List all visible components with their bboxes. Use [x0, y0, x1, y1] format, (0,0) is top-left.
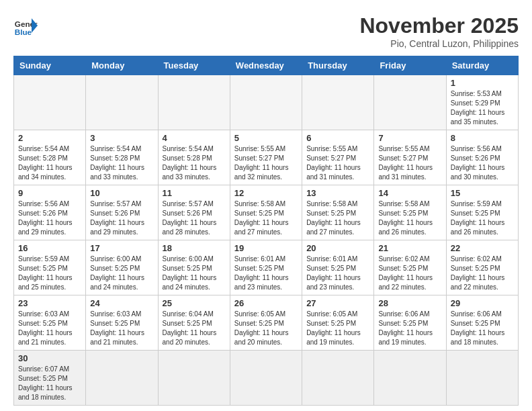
- day-number: 14: [378, 188, 441, 198]
- day-number: 25: [163, 298, 226, 308]
- day-number: 24: [90, 298, 153, 308]
- page-header: General Blue November 2025 Pio, Central …: [13, 13, 519, 49]
- calendar-week-4: 23Sunrise: 6:03 AMSunset: 5:25 PMDayligh…: [14, 295, 519, 351]
- calendar-cell: 30Sunrise: 6:07 AMSunset: 5:25 PMDayligh…: [14, 351, 86, 406]
- day-info: Sunrise: 5:58 AMSunset: 5:25 PMDaylight:…: [306, 199, 369, 237]
- calendar-cell: 7Sunrise: 5:55 AMSunset: 5:27 PMDaylight…: [374, 130, 446, 185]
- calendar-cell: [374, 351, 446, 406]
- calendar-cell: 19Sunrise: 6:01 AMSunset: 5:25 PMDayligh…: [230, 240, 302, 295]
- day-number: 5: [234, 133, 298, 143]
- calendar-cell: 10Sunrise: 5:57 AMSunset: 5:26 PMDayligh…: [86, 185, 158, 240]
- day-number: 8: [451, 133, 514, 143]
- day-info: Sunrise: 5:59 AMSunset: 5:25 PMDaylight:…: [18, 255, 81, 292]
- day-number: 27: [306, 298, 369, 308]
- calendar-header: SundayMondayTuesdayWednesdayThursdayFrid…: [14, 56, 519, 75]
- calendar-week-0: 1Sunrise: 5:53 AMSunset: 5:29 PMDaylight…: [14, 75, 519, 130]
- day-info: Sunrise: 6:03 AMSunset: 5:25 PMDaylight:…: [18, 310, 81, 347]
- day-info: Sunrise: 6:00 AMSunset: 5:25 PMDaylight:…: [163, 255, 226, 292]
- day-number: 16: [18, 243, 81, 253]
- day-info: Sunrise: 6:02 AMSunset: 5:25 PMDaylight:…: [451, 255, 514, 292]
- calendar-cell: 28Sunrise: 6:06 AMSunset: 5:25 PMDayligh…: [374, 295, 446, 351]
- weekday-header-thursday: Thursday: [302, 56, 374, 75]
- day-info: Sunrise: 6:05 AMSunset: 5:25 PMDaylight:…: [306, 310, 369, 347]
- day-number: 9: [18, 188, 81, 198]
- calendar-cell: 21Sunrise: 6:02 AMSunset: 5:25 PMDayligh…: [374, 240, 446, 295]
- day-number: 18: [163, 243, 226, 253]
- day-number: 29: [451, 298, 514, 308]
- calendar-cell: 9Sunrise: 5:56 AMSunset: 5:26 PMDaylight…: [14, 185, 86, 240]
- day-info: Sunrise: 5:56 AMSunset: 5:26 PMDaylight:…: [18, 199, 81, 237]
- day-number: 2: [18, 133, 81, 143]
- day-number: 19: [234, 243, 298, 253]
- calendar-cell: 8Sunrise: 5:56 AMSunset: 5:26 PMDaylight…: [446, 130, 518, 185]
- month-title: November 2025: [359, 13, 519, 38]
- calendar-cell: 24Sunrise: 6:03 AMSunset: 5:25 PMDayligh…: [86, 295, 158, 351]
- weekday-header-friday: Friday: [374, 56, 446, 75]
- calendar-cell: [14, 75, 86, 130]
- svg-text:Blue: Blue: [15, 28, 32, 36]
- day-info: Sunrise: 5:54 AMSunset: 5:28 PMDaylight:…: [163, 144, 226, 182]
- day-info: Sunrise: 6:02 AMSunset: 5:25 PMDaylight:…: [378, 255, 441, 292]
- calendar-cell: 1Sunrise: 5:53 AMSunset: 5:29 PMDaylight…: [446, 75, 518, 130]
- calendar-cell: [158, 351, 230, 406]
- calendar-week-1: 2Sunrise: 5:54 AMSunset: 5:28 PMDaylight…: [14, 130, 519, 185]
- calendar-week-5: 30Sunrise: 6:07 AMSunset: 5:25 PMDayligh…: [14, 351, 519, 406]
- day-number: 22: [451, 243, 514, 253]
- calendar-cell: 12Sunrise: 5:58 AMSunset: 5:25 PMDayligh…: [230, 185, 302, 240]
- calendar-cell: [302, 75, 374, 130]
- calendar-week-2: 9Sunrise: 5:56 AMSunset: 5:26 PMDaylight…: [14, 185, 519, 240]
- day-number: 13: [306, 188, 369, 198]
- calendar-cell: 23Sunrise: 6:03 AMSunset: 5:25 PMDayligh…: [14, 295, 86, 351]
- calendar-cell: 11Sunrise: 5:57 AMSunset: 5:26 PMDayligh…: [158, 185, 230, 240]
- calendar-cell: 15Sunrise: 5:59 AMSunset: 5:25 PMDayligh…: [446, 185, 518, 240]
- calendar-cell: 22Sunrise: 6:02 AMSunset: 5:25 PMDayligh…: [446, 240, 518, 295]
- day-number: 15: [451, 188, 514, 198]
- calendar-cell: 26Sunrise: 6:05 AMSunset: 5:25 PMDayligh…: [230, 295, 302, 351]
- weekday-header-saturday: Saturday: [446, 56, 518, 75]
- calendar-cell: 5Sunrise: 5:55 AMSunset: 5:27 PMDaylight…: [230, 130, 302, 185]
- day-info: Sunrise: 5:55 AMSunset: 5:27 PMDaylight:…: [234, 144, 298, 182]
- calendar-cell: [86, 351, 158, 406]
- calendar-cell: 27Sunrise: 6:05 AMSunset: 5:25 PMDayligh…: [302, 295, 374, 351]
- calendar-cell: [86, 75, 158, 130]
- day-info: Sunrise: 6:01 AMSunset: 5:25 PMDaylight:…: [306, 255, 369, 292]
- calendar-cell: [302, 351, 374, 406]
- day-number: 7: [378, 133, 441, 143]
- day-number: 10: [90, 188, 153, 198]
- day-info: Sunrise: 5:58 AMSunset: 5:25 PMDaylight:…: [234, 199, 298, 237]
- day-info: Sunrise: 5:56 AMSunset: 5:26 PMDaylight:…: [451, 144, 514, 182]
- day-info: Sunrise: 5:55 AMSunset: 5:27 PMDaylight:…: [378, 144, 441, 182]
- day-info: Sunrise: 5:53 AMSunset: 5:29 PMDaylight:…: [451, 89, 514, 127]
- weekday-header-wednesday: Wednesday: [230, 56, 302, 75]
- day-info: Sunrise: 6:01 AMSunset: 5:25 PMDaylight:…: [234, 255, 298, 292]
- calendar-cell: 18Sunrise: 6:00 AMSunset: 5:25 PMDayligh…: [158, 240, 230, 295]
- day-number: 4: [163, 133, 226, 143]
- calendar-cell: [446, 351, 518, 406]
- day-number: 23: [18, 298, 81, 308]
- weekday-header-tuesday: Tuesday: [158, 56, 230, 75]
- calendar-cell: 16Sunrise: 5:59 AMSunset: 5:25 PMDayligh…: [14, 240, 86, 295]
- weekday-row: SundayMondayTuesdayWednesdayThursdayFrid…: [14, 56, 519, 75]
- day-info: Sunrise: 6:05 AMSunset: 5:25 PMDaylight:…: [234, 310, 298, 347]
- weekday-header-sunday: Sunday: [14, 56, 86, 75]
- day-number: 1: [451, 78, 514, 88]
- title-block: November 2025 Pio, Central Luzon, Philip…: [359, 13, 519, 49]
- calendar-table: SundayMondayTuesdayWednesdayThursdayFrid…: [13, 56, 519, 406]
- calendar-cell: 14Sunrise: 5:58 AMSunset: 5:25 PMDayligh…: [374, 185, 446, 240]
- calendar-cell: 25Sunrise: 6:04 AMSunset: 5:25 PMDayligh…: [158, 295, 230, 351]
- logo: General Blue: [13, 13, 38, 38]
- day-info: Sunrise: 6:00 AMSunset: 5:25 PMDaylight:…: [90, 255, 153, 292]
- day-number: 17: [90, 243, 153, 253]
- calendar-cell: [374, 75, 446, 130]
- day-info: Sunrise: 5:54 AMSunset: 5:28 PMDaylight:…: [90, 144, 153, 182]
- day-number: 28: [378, 298, 441, 308]
- calendar-cell: 6Sunrise: 5:55 AMSunset: 5:27 PMDaylight…: [302, 130, 374, 185]
- day-info: Sunrise: 5:58 AMSunset: 5:25 PMDaylight:…: [378, 199, 441, 237]
- day-number: 11: [163, 188, 226, 198]
- day-number: 3: [90, 133, 153, 143]
- day-info: Sunrise: 6:03 AMSunset: 5:25 PMDaylight:…: [90, 310, 153, 347]
- weekday-header-monday: Monday: [86, 56, 158, 75]
- location: Pio, Central Luzon, Philippines: [359, 38, 519, 49]
- day-info: Sunrise: 6:04 AMSunset: 5:25 PMDaylight:…: [163, 310, 226, 347]
- day-number: 26: [234, 298, 298, 308]
